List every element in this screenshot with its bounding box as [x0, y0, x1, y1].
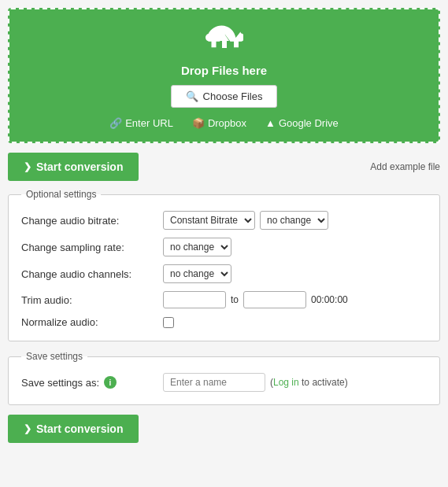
drop-text: Drop Files here — [22, 64, 426, 77]
enter-url-link[interactable]: 🔗 Enter URL — [109, 117, 173, 129]
sampling-rate-select[interactable]: no change 8000 Hz 11025 Hz 22050 Hz 4410… — [163, 238, 231, 256]
trim-time-display: 00:00:00 — [311, 294, 348, 305]
google-drive-link[interactable]: ▲ Google Drive — [265, 117, 339, 129]
dropbox-label: Dropbox — [208, 117, 246, 129]
save-label-cell: Save settings as: i — [21, 376, 163, 389]
save-settings-grid: Save settings as: i (Log in to activate) — [21, 373, 427, 392]
main-container: Drop Files here 🔍 Choose Files 🔗 Enter U… — [8, 8, 440, 451]
channels-label: Change audio channels: — [21, 268, 163, 280]
alternative-links: 🔗 Enter URL 📦 Dropbox ▲ Google Drive — [22, 117, 426, 129]
trim-label: Trim audio: — [21, 294, 163, 306]
trim-start-input[interactable] — [163, 291, 226, 308]
bitrate-field-group: Constant Bitrate Variable Bitrate no cha… — [163, 211, 427, 230]
bottom-toolbar: ❯ Start conversion — [8, 415, 440, 443]
dropzone[interactable]: Drop Files here 🔍 Choose Files 🔗 Enter U… — [8, 8, 440, 143]
dropbox-link[interactable]: 📦 Dropbox — [192, 117, 246, 129]
bitrate-label: Change audio bitrate: — [21, 215, 163, 227]
chevron-right-icon-bottom: ❯ — [24, 423, 31, 434]
top-toolbar: ❯ Start conversion Add example file — [8, 153, 440, 181]
chevron-right-icon: ❯ — [24, 161, 31, 172]
save-name-input[interactable] — [163, 373, 265, 392]
optional-settings-panel: Optional settings Change audio bitrate: … — [8, 189, 440, 341]
normalize-label: Normalize audio: — [21, 316, 163, 328]
trim-group: to 00:00:00 — [163, 291, 427, 308]
normalize-checkbox[interactable] — [163, 317, 174, 328]
trim-to-label: to — [231, 294, 239, 305]
sampling-field-group: no change 8000 Hz 11025 Hz 22050 Hz 4410… — [163, 238, 427, 256]
save-settings-label: Save settings as: — [21, 377, 99, 389]
start-conversion-button-top[interactable]: ❯ Start conversion — [8, 153, 139, 181]
link-icon: 🔗 — [109, 117, 122, 129]
save-settings-panel: Save settings Save settings as: i (Log i… — [8, 351, 440, 405]
bitrate-type-select[interactable]: Constant Bitrate Variable Bitrate — [163, 211, 255, 230]
start-conversion-button-bottom[interactable]: ❯ Start conversion — [8, 415, 139, 443]
save-settings-legend: Save settings — [21, 351, 87, 362]
search-icon: 🔍 — [186, 90, 198, 102]
channels-field-group: no change 1 (Mono) 2 (Stereo) — [163, 264, 427, 283]
start-conversion-label-top: Start conversion — [36, 160, 123, 173]
login-link[interactable]: Log in — [273, 377, 299, 388]
sampling-label: Change sampling rate: — [21, 242, 163, 253]
info-icon[interactable]: i — [104, 376, 117, 389]
optional-settings-legend: Optional settings — [21, 189, 101, 200]
start-conversion-label-bottom: Start conversion — [36, 422, 123, 435]
cloud-upload-icon — [205, 25, 243, 59]
channels-select[interactable]: no change 1 (Mono) 2 (Stereo) — [163, 264, 231, 283]
login-note: (Log in to activate) — [270, 377, 348, 388]
choose-files-label: Choose Files — [203, 90, 263, 102]
trim-end-input[interactable] — [243, 291, 306, 308]
dropbox-icon: 📦 — [192, 117, 205, 129]
save-input-cell: (Log in to activate) — [163, 373, 427, 392]
google-drive-label: Google Drive — [279, 117, 339, 129]
bitrate-value-select[interactable]: no change 64k 128k 192k 256k 320k — [260, 211, 328, 230]
settings-grid: Change audio bitrate: Constant Bitrate V… — [21, 211, 427, 328]
choose-files-button[interactable]: 🔍 Choose Files — [171, 85, 278, 108]
add-example-link[interactable]: Add example file — [370, 161, 440, 172]
enter-url-label: Enter URL — [125, 117, 173, 129]
normalize-group — [163, 317, 427, 328]
google-drive-icon: ▲ — [265, 117, 276, 129]
